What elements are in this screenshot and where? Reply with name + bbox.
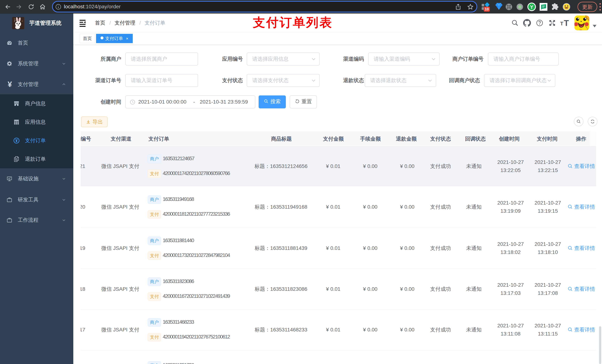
svg-text:更新: 更新	[582, 4, 592, 10]
svg-text:10: 10	[485, 7, 489, 11]
